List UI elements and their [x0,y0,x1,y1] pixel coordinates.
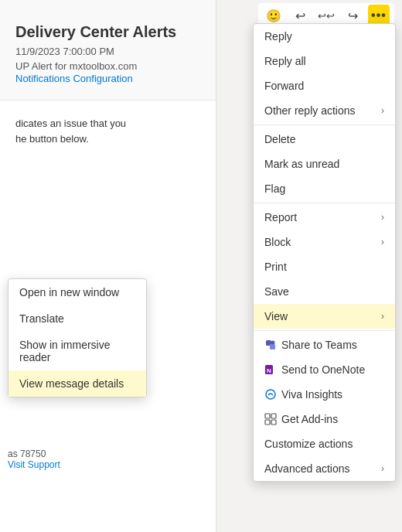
sub-menu-item-immersive-reader[interactable]: Show in immersive reader [9,332,146,370]
viva-insights-icon [264,388,277,401]
email-header: Delivery Center Alerts 11/9/2023 7:00:00… [0,0,216,101]
svg-rect-6 [265,414,270,418]
menu-item-delete[interactable]: Delete [254,127,395,152]
chevron-right-icon: › [381,105,384,116]
svg-rect-7 [271,414,276,418]
chevron-right-icon-advanced: › [381,463,384,474]
divider-3 [254,330,395,331]
menu-item-mark-unread[interactable]: Mark as unread [254,152,395,176]
menu-item-block[interactable]: Block › [254,230,395,254]
svg-rect-8 [265,420,270,425]
menu-item-reply-all[interactable]: Reply all [254,49,395,73]
email-date: 11/9/2023 7:00:00 PM [15,46,200,57]
email-body-line2: he button below. [15,131,200,147]
addins-icon [264,413,277,425]
menu-item-customize[interactable]: Customize actions [254,431,395,456]
menu-item-print[interactable]: Print [254,254,395,279]
menu-item-share-teams[interactable]: Share to Teams [254,332,395,357]
menu-item-viva-insights[interactable]: Viva Insights [254,382,395,407]
divider-2 [254,203,395,203]
sub-context-menu: Open in new window Translate Show in imm… [8,278,147,397]
svg-rect-9 [271,420,276,425]
svg-point-2 [271,341,275,345]
actions-dropdown-menu: Reply Reply all Forward Other reply acti… [253,23,396,482]
notifications-config-link[interactable]: Notifications Configuration [15,73,133,84]
email-subtitle: UP Alert for mxtoolbox.com [15,60,200,72]
menu-item-forward[interactable]: Forward [254,73,395,98]
svg-point-5 [266,390,275,399]
onenote-icon: N [264,363,277,376]
menu-item-advanced[interactable]: Advanced actions › [254,456,395,481]
email-title: Delivery Center Alerts [15,23,200,41]
chevron-right-icon-view: › [381,311,384,322]
divider-1 [254,124,395,125]
menu-item-send-onenote[interactable]: N Send to OneNote [254,357,395,382]
visit-support-link[interactable]: Visit Support [8,459,60,470]
menu-item-view[interactable]: View › [254,304,395,329]
email-footer-addr: as 78750 [8,448,60,459]
sub-menu-item-translate[interactable]: Translate [9,305,146,332]
svg-rect-1 [270,344,275,350]
chevron-right-icon-block: › [381,237,384,247]
menu-item-other-reply[interactable]: Other reply actions › [254,98,395,123]
menu-item-get-addins[interactable]: Get Add-ins [254,407,395,431]
teams-icon [264,339,277,351]
svg-text:N: N [267,367,271,374]
menu-item-report[interactable]: Report › [254,205,395,230]
email-body: dicates an issue that you he button belo… [0,101,216,162]
menu-item-save[interactable]: Save [254,279,395,304]
email-footer: as 78750 Visit Support [8,448,60,470]
email-body-line1: dicates an issue that you [15,116,200,131]
menu-item-reply[interactable]: Reply [254,24,395,49]
email-panel: Delivery Center Alerts 11/9/2023 7:00:00… [0,0,216,532]
sub-menu-item-open-new-window[interactable]: Open in new window [9,279,146,305]
menu-item-flag[interactable]: Flag [254,176,395,201]
sub-menu-item-view-message-details[interactable]: View message details [9,370,146,397]
chevron-right-icon-report: › [381,212,384,223]
